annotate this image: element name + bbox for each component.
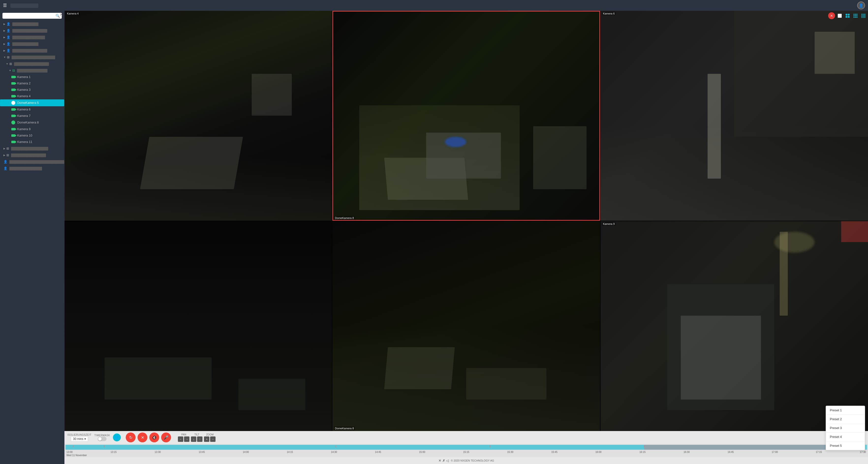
preset-item-4[interactable]: Preset 4 xyxy=(826,433,865,441)
sidebar-item-kamera3[interactable]: Kamera 3 xyxy=(0,87,64,93)
sidebar-item-person4[interactable]: ▶ 👤 ████████████ xyxy=(0,40,64,47)
sidebar-item-building2[interactable]: ▼ ⊞ ████████████████ xyxy=(0,61,64,67)
sidebar-item-person5[interactable]: ▶ 👤 ████████████████ xyxy=(0,47,64,54)
expand-icon: ▶ xyxy=(3,49,5,52)
sidebar-item-person1[interactable]: ▶ 👤 ████████████ xyxy=(0,21,64,27)
preset-item-1[interactable]: Preset 1 xyxy=(826,406,865,415)
camera-label: DomeKamera 8 xyxy=(334,427,355,430)
preset-item-2[interactable]: Preset 2 xyxy=(826,415,865,424)
svg-rect-23 xyxy=(863,16,863,17)
camera-icon xyxy=(11,141,15,143)
camera-label: Kamera 9 xyxy=(602,222,616,226)
timeline-bar[interactable] xyxy=(65,445,837,450)
sidebar-item-person7[interactable]: 👤 ███████████████ xyxy=(0,165,64,172)
video-cell-kamera6[interactable]: Kamera 6 xyxy=(600,11,868,221)
tilt-up-button[interactable]: ↑ xyxy=(197,436,203,442)
preset-item-3[interactable]: Preset 3 xyxy=(826,424,865,433)
svg-rect-15 xyxy=(863,14,863,14)
search-input[interactable] xyxy=(4,14,56,18)
expand-icon: ▶ xyxy=(3,154,5,156)
refresh-button[interactable]: ↻ xyxy=(126,433,135,442)
zoom-in-button[interactable]: + xyxy=(204,436,209,442)
search-icon[interactable]: 🔍 xyxy=(56,14,60,18)
expand-icon: ▶ xyxy=(3,29,5,32)
sidebar-item-domekamera5[interactable]: DomeKamera 5 xyxy=(0,99,64,106)
building-icon: ⊞ xyxy=(7,55,9,59)
timeline-area: 13:00 13:15 13:30 13:45 14:00 14:15 14:3… xyxy=(64,444,868,457)
stop-button[interactable]: ✕ xyxy=(137,433,147,442)
tilt-label: TILT xyxy=(194,433,199,436)
building-icon: ⊞ xyxy=(6,147,9,150)
video-cell-kamera9[interactable]: Kamera 9 xyxy=(600,221,868,431)
zoom-section: ZOOM + − xyxy=(204,433,216,442)
svg-rect-19 xyxy=(863,15,863,16)
sidebar-item-person3[interactable]: ▶ 👤 ███████████████ xyxy=(0,34,64,40)
sidebar-item-kamera4[interactable]: Kamera 4 xyxy=(0,93,64,99)
pan-left-button[interactable]: ← xyxy=(178,436,183,442)
video-cell-domekamera5[interactable]: DomeKamera 8 xyxy=(332,11,600,221)
mic-button[interactable]: 🎤 xyxy=(161,433,171,442)
svg-rect-29 xyxy=(865,17,866,18)
sidebar-item-person2[interactable]: ▶ 👤 ████████████████ xyxy=(0,27,64,34)
sidebar-close-button[interactable]: ✕ xyxy=(60,12,63,17)
person-icon: 👤 xyxy=(6,35,10,39)
pan-arrows: ← → xyxy=(178,436,189,442)
sidebar-item-kamera9[interactable]: Kamera 9 xyxy=(0,126,64,132)
sidebar-item-kamera11[interactable]: Kamera 11 xyxy=(0,139,64,145)
close-video-button[interactable]: ✕ xyxy=(828,12,835,19)
expand-icon: ▼ xyxy=(9,69,11,72)
timeline-date: Wed 11 November xyxy=(64,454,868,457)
sidebar-item-kamera10[interactable]: Kamera 10 xyxy=(0,132,64,139)
grid-4x4-button[interactable] xyxy=(860,12,867,19)
video-cell-bottom-left[interactable] xyxy=(64,221,332,431)
user-avatar[interactable]: 👤 xyxy=(857,1,865,9)
camera-icon xyxy=(11,108,15,111)
video-cell-domekamera8[interactable]: DomeKamera 8 xyxy=(332,221,600,431)
event-marker xyxy=(104,445,104,447)
camera-scene xyxy=(332,221,600,431)
sidebar-item-label: Kamera 4 xyxy=(17,94,31,98)
svg-rect-0 xyxy=(838,14,842,18)
zoom-buttons: + − xyxy=(204,436,216,442)
isolierungszeit-dropdown[interactable]: 30 mins ▾ xyxy=(71,436,88,442)
svg-rect-28 xyxy=(864,17,864,18)
mute-button[interactable]: 🔇 xyxy=(149,433,159,442)
timeline-labels: 13:00 13:15 13:30 13:45 14:00 14:15 14:3… xyxy=(64,450,868,454)
svg-rect-1 xyxy=(846,14,847,16)
video-cell-kamera4[interactable]: Kamera 4 xyxy=(64,11,332,221)
grid-1x1-button[interactable] xyxy=(837,12,843,19)
camera-icon xyxy=(11,134,15,137)
timermask-toggle[interactable] xyxy=(98,437,106,441)
building-icon: ⊞ xyxy=(9,62,12,66)
app-title: ████ xyxy=(10,4,857,7)
grid-2x2-button[interactable] xyxy=(844,12,851,19)
sidebar-item-building1[interactable]: ▼ ⊞ ████████████████████ xyxy=(0,54,64,61)
sidebar-search-container: 🔍 ✕ xyxy=(2,13,62,19)
preset-item-5[interactable]: Preset 5 xyxy=(826,441,865,450)
hamburger-menu-button[interactable]: ☰ xyxy=(3,3,7,8)
sidebar-item-building4[interactable]: ▶ ⊞ ████████████████ xyxy=(0,152,64,158)
expand-icon: ▼ xyxy=(3,56,6,59)
sidebar-item-person6[interactable]: 👤 ████████████████████████████ xyxy=(0,158,64,165)
camera-scene xyxy=(600,221,868,431)
timeline-container xyxy=(64,445,868,450)
sidebar-item-kamera1[interactable]: Kamera 1 xyxy=(0,74,64,80)
tilt-down-button[interactable]: ↓ xyxy=(191,436,196,442)
globe-button[interactable]: 🌐 xyxy=(113,433,121,441)
isolierungszeit-value: 30 mins xyxy=(73,437,84,441)
sidebar-item-nvr[interactable]: ▼ ⊟ ██████████████ xyxy=(0,67,64,74)
sidebar-item-kamera7[interactable]: Kamera 7 xyxy=(0,113,64,119)
isolierungszeit-section: ISOLIERUNGSZEIT 30 mins ▾ xyxy=(67,433,92,442)
camera-icon xyxy=(11,82,15,85)
pan-right-button[interactable]: → xyxy=(184,436,189,442)
pan-group: PAN ← → xyxy=(178,433,189,442)
expand-icon: ▼ xyxy=(6,62,8,65)
sidebar-item-kamera2[interactable]: Kamera 2 xyxy=(0,80,64,87)
camera-scene xyxy=(64,11,332,221)
grid-3x3-button[interactable] xyxy=(852,12,859,19)
zoom-out-button[interactable]: − xyxy=(210,436,216,442)
sidebar-item-domekamera8[interactable]: DomeKamera 8 xyxy=(0,119,64,126)
sidebar-item-kamera6[interactable]: Kamera 6 xyxy=(0,106,64,113)
expand-icon: ▶ xyxy=(3,36,5,39)
sidebar-item-building3[interactable]: ▶ ⊞ █████████████████ xyxy=(0,145,64,152)
